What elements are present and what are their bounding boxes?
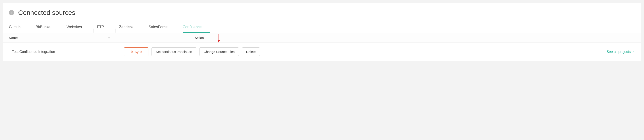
- back-button[interactable]: [9, 10, 14, 15]
- tab-confluence[interactable]: Confluence: [183, 22, 210, 33]
- chevron-down-icon: [632, 50, 635, 53]
- sync-button[interactable]: Sync: [124, 47, 148, 56]
- column-name-label: Name: [9, 36, 18, 40]
- sync-icon: [130, 50, 133, 53]
- see-all-projects-link[interactable]: See all projects: [606, 50, 635, 54]
- delete-button[interactable]: Delete: [242, 47, 260, 56]
- tab-zendesk[interactable]: Zendesk: [119, 22, 142, 33]
- page-title: Connected sources: [18, 9, 76, 16]
- tab-websites[interactable]: Websites: [66, 22, 90, 33]
- column-action-label: Action: [194, 36, 204, 40]
- set-ct-label: Set continous translation: [156, 50, 192, 54]
- row-actions: Sync Set continous translation Change So…: [124, 47, 260, 56]
- sync-label: Sync: [135, 50, 142, 54]
- change-source-files-button[interactable]: Change Source Files: [200, 47, 239, 56]
- see-all-label: See all projects: [606, 50, 631, 54]
- page-card: Connected sources GitHubBitBucketWebsite…: [3, 3, 641, 61]
- tab-salesforce[interactable]: SalesForce: [148, 22, 176, 33]
- tab-github[interactable]: GitHub: [9, 22, 29, 33]
- column-header-action: Action: [194, 36, 226, 40]
- page-header: Connected sources: [3, 3, 641, 22]
- delete-label: Delete: [246, 50, 256, 54]
- tab-bitbucket[interactable]: BitBucket: [36, 22, 60, 33]
- change-src-label: Change Source Files: [204, 50, 235, 54]
- arrow-left-icon: [10, 11, 13, 14]
- table-header-row: Name Action: [3, 33, 641, 43]
- column-header-name: Name: [9, 36, 110, 40]
- tab-ftp[interactable]: FTP: [97, 22, 112, 33]
- filter-icon[interactable]: [108, 36, 110, 39]
- table-row: Test Confluence Integration Sync Set con…: [3, 43, 641, 61]
- set-continuous-translation-button[interactable]: Set continous translation: [152, 47, 196, 56]
- tabs-bar: GitHubBitBucketWebsitesFTPZendeskSalesFo…: [3, 22, 641, 33]
- row-name: Test Confluence Integration: [9, 50, 110, 54]
